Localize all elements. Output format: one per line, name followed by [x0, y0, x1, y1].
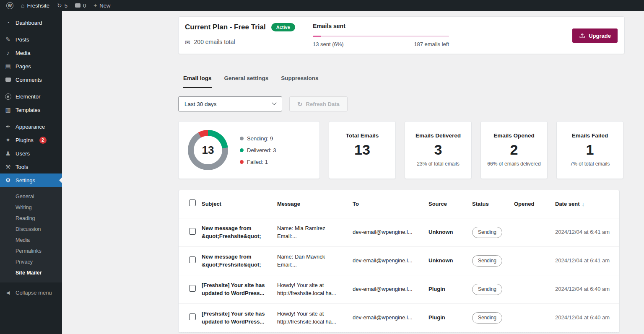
sidebar-item-label: Elementor [16, 93, 40, 100]
sidebar-item-templates[interactable]: ▥ Templates [0, 103, 62, 117]
status-badge: Sending [472, 284, 502, 295]
table-row[interactable]: New message from &quot;Freshsite&quot; N… [179, 247, 619, 275]
site-menu[interactable]: ⌂ Freshsite [17, 0, 53, 11]
col-date-sent[interactable]: Date sent ↓ [555, 200, 619, 208]
tab-general-settings[interactable]: General settings [224, 75, 269, 88]
sort-desc-icon: ↓ [582, 202, 585, 207]
wp-logo-menu[interactable]: W [3, 0, 17, 11]
sidebar-item-label: Posts [16, 36, 29, 43]
legend-item-sending: Sending: 9 [240, 135, 276, 142]
log-controls: Last 30 days ↻ Refresh Data [178, 96, 625, 111]
sidebar-item-label: Templates [16, 107, 40, 113]
sidebar-item-plugins[interactable]: ✦ Plugins 2 [0, 133, 62, 147]
refresh-label: Refresh Data [306, 101, 340, 107]
collapse-label: Collapse menu [16, 290, 52, 296]
tab-suppressions[interactable]: Suppressions [281, 75, 318, 88]
site-name: Freshsite [27, 3, 49, 9]
table-row[interactable]: [Freshsite] Your site has updated to Wor… [179, 304, 619, 332]
wordpress-logo-icon: W [6, 2, 13, 9]
row-checkbox[interactable] [189, 285, 196, 292]
col-to: To [353, 200, 428, 208]
cell-to: dev-email@wpengine.l... [353, 257, 428, 265]
sidebar-item-users[interactable]: ♟ Users [0, 147, 62, 160]
settings-submenu: General Writing Reading Discussion Media… [0, 187, 62, 282]
row-checkbox[interactable] [189, 256, 196, 263]
sidebar-item-tools[interactable]: ⚒ Tools [0, 160, 62, 173]
legend-label: Sending: 9 [247, 135, 273, 142]
emails-total-text: 200 emails total [194, 39, 235, 45]
settings-tabs: Email logs General settings Suppressions [183, 75, 625, 88]
new-label: New [99, 3, 110, 9]
plan-title: Current Plan - Free Trial [185, 23, 266, 31]
col-opened: Opened [514, 200, 555, 208]
sidebar-item-label: Users [16, 150, 30, 157]
appearance-icon: ✒ [4, 124, 12, 129]
emails-sent-progressbar [313, 36, 449, 37]
stat-subtext: 7% of total emails [557, 161, 623, 167]
updates-indicator[interactable]: ↻ 5 [53, 0, 71, 11]
tab-email-logs[interactable]: Email logs [183, 75, 212, 88]
submenu-item-media[interactable]: Media [0, 235, 62, 246]
submenu-item-writing[interactable]: Writing [0, 202, 62, 213]
tools-icon: ⚒ [4, 164, 12, 170]
comment-bubble-icon [75, 3, 80, 8]
emails-left-text: 187 emails left [414, 41, 449, 47]
sidebar-item-appearance[interactable]: ✒ Appearance [0, 120, 62, 133]
cell-message: Howdy! Your site at http://freshsite.loc… [277, 310, 353, 326]
submenu-item-privacy[interactable]: Privacy [0, 256, 62, 267]
date-range-select[interactable]: Last 30 days [178, 96, 282, 111]
sidebar-item-dashboard[interactable]: ◔ Dashboard [0, 16, 62, 29]
upgrade-icon [579, 33, 585, 39]
sidebar-item-pages[interactable]: ▤ Pages [0, 60, 62, 73]
row-checkbox[interactable] [189, 228, 196, 235]
status-badge: Sending [472, 227, 502, 238]
stat-title: Total Emails [346, 132, 379, 139]
envelope-icon: ✉ [185, 39, 190, 45]
status-breakdown-card: 13 Sending: 9 Delivered: 3 Failed: 1 [178, 121, 320, 179]
upgrade-button[interactable]: Upgrade [572, 28, 618, 43]
table-row[interactable]: [Freshsite] Your site has updated to Wor… [179, 275, 619, 304]
stat-value: 1 [586, 142, 594, 157]
cell-subject: New message from &quot;Freshsite&quot; [202, 253, 277, 269]
emails-donut-chart: 13 [188, 130, 228, 170]
elementor-icon: e [4, 93, 12, 100]
cell-to: dev-email@wpengine.l... [353, 228, 428, 236]
table-header-row: Subject Message To Source Status Opened … [179, 190, 619, 218]
cell-date-sent: 2024/12/04 at 6:41 am [555, 228, 619, 236]
stat-value: 3 [434, 142, 442, 157]
sidebar-item-settings[interactable]: ⚙ Settings [0, 173, 62, 187]
submenu-item-discussion[interactable]: Discussion [0, 224, 62, 235]
sidebar-item-label: Appearance [16, 124, 45, 130]
comments-count: 0 [83, 3, 86, 9]
submenu-item-site-mailer[interactable]: Site Mailer [0, 267, 62, 278]
admin-bar: W ⌂ Freshsite ↻ 5 0 + New [0, 0, 644, 11]
home-icon: ⌂ [21, 3, 24, 8]
refresh-data-button[interactable]: ↻ Refresh Data [289, 96, 348, 111]
stats-row: 13 Sending: 9 Delivered: 3 Failed: 1 [178, 121, 625, 179]
table-row[interactable]: New message from &quot;Freshsite&quot; N… [179, 218, 619, 247]
sidebar-item-posts[interactable]: ✎ Posts [0, 33, 62, 46]
posts-icon: ✎ [4, 36, 12, 42]
submenu-item-general[interactable]: General [0, 191, 62, 202]
sidebar-item-label: Pages [16, 63, 31, 70]
donut-legend: Sending: 9 Delivered: 3 Failed: 1 [240, 135, 276, 165]
submenu-item-permalinks[interactable]: Permalinks [0, 246, 62, 256]
sidebar-item-elementor[interactable]: e Elementor [0, 90, 62, 103]
plugins-icon: ✦ [4, 137, 12, 143]
new-content-menu[interactable]: + New [90, 0, 114, 11]
sidebar-item-comments[interactable]: Comments [0, 73, 62, 86]
templates-icon: ▥ [4, 107, 12, 113]
cell-message: Name: Mia Ramirez Email:... [277, 225, 353, 241]
stat-subtext: 66% of emails delivered [481, 161, 547, 167]
select-all-checkbox[interactable] [189, 199, 196, 206]
cell-to: dev-email@wpengine.l... [353, 285, 428, 293]
sidebar-item-label: Plugins [16, 137, 34, 143]
submenu-item-reading[interactable]: Reading [0, 213, 62, 224]
collapse-icon: ◀ [4, 290, 12, 295]
plus-icon: + [93, 3, 97, 8]
row-checkbox[interactable] [189, 313, 196, 320]
sidebar-item-media[interactable]: ♪ Media [0, 46, 62, 60]
status-badge: Sending [472, 255, 502, 267]
comments-indicator[interactable]: 0 [71, 0, 90, 11]
collapse-menu-button[interactable]: ◀ Collapse menu [0, 286, 62, 299]
